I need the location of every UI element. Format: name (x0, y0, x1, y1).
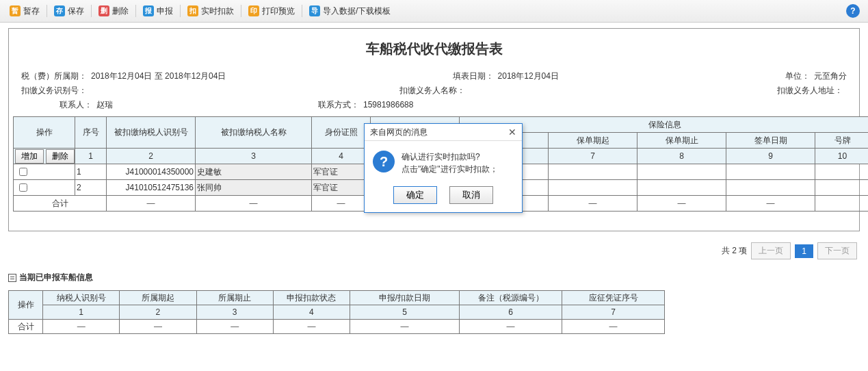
row-checkbox[interactable] (19, 183, 27, 192)
dash-cell: — (549, 196, 637, 212)
period-value: 2018年12月04日 至 2018年12月04日 (91, 71, 226, 82)
unit-label: 单位： (785, 71, 810, 82)
dialog-title: 来自网页的消息 (370, 127, 428, 138)
row-checkbox[interactable] (19, 168, 27, 176)
idx-cell: 9 (726, 149, 815, 164)
th2-c6: 备注（税源编号） (460, 291, 562, 305)
total-row: 合计 — — — — — — — (9, 320, 665, 334)
cell-idtype: 军官证 (312, 180, 371, 196)
toolbar-save[interactable]: 存保存 (50, 5, 88, 17)
total2-label: 合计 (9, 320, 43, 334)
unit-value: 元至角分 (814, 71, 847, 82)
cell-taxid: J41000014350000 (107, 164, 196, 180)
toolbar-delete[interactable]: 删删除 (94, 5, 133, 17)
question-icon: ? (373, 151, 395, 172)
tempsave-icon: 暂 (10, 5, 21, 16)
th-idtype: 身份证照 (312, 117, 371, 149)
page-number[interactable]: 1 (795, 244, 813, 258)
dash-cell: — (460, 320, 562, 334)
pager-count: 共 2 项 (722, 245, 747, 257)
add-button[interactable]: 增加 (15, 149, 44, 164)
toolbar-label: 实时扣款 (201, 5, 234, 17)
th-op: 操作 (14, 117, 75, 149)
cell-seq: 2 (75, 180, 107, 196)
toolbar-tempsave[interactable]: 暂暂存 (5, 5, 44, 17)
period-label: 税（费）所属期： (21, 71, 87, 82)
th-ins2: 保单期起 (549, 133, 637, 149)
horizontal-scrollbar[interactable] (13, 213, 855, 224)
idx-cell: 3 (196, 149, 312, 164)
toolbar-deduct[interactable]: 扣实时扣款 (183, 5, 238, 17)
idx-cell: 2 (107, 149, 196, 164)
help-icon[interactable]: ? (846, 4, 860, 18)
filldate-value: 2018年12月04日 (498, 71, 559, 82)
deduct-icon: 扣 (187, 5, 198, 16)
filldate-label: 填表日期： (453, 71, 494, 82)
cancel-button[interactable]: 取消 (449, 186, 493, 204)
list-icon (8, 274, 16, 282)
dash-cell: — (637, 196, 726, 212)
contact-label: 联系人： (60, 99, 92, 111)
th-ins5: 号牌 (815, 133, 869, 149)
dash-cell: — (43, 320, 120, 334)
dash-cell: — (312, 196, 371, 212)
dash-cell: — (350, 320, 460, 334)
th-taxname: 被扣缴纳税人名称 (196, 117, 312, 149)
dash-cell: — (120, 320, 196, 334)
meta-row: 税（费）所属期：2018年12月04日 至 2018年12月04日 填表日期：2… (13, 71, 855, 82)
phone-label: 联系方式： (318, 99, 359, 111)
toolbar-label: 打印预览 (262, 5, 295, 17)
idx2: 5 (350, 305, 460, 320)
dialog-line1: 确认进行实时扣款吗? (402, 151, 498, 163)
idx2: 1 (43, 305, 120, 320)
dash-cell: — (273, 320, 350, 334)
cell-taxid: J41010512475136 (107, 180, 196, 196)
idx-cell: 10 (815, 149, 869, 164)
toolbar-print[interactable]: 印打印预览 (244, 5, 299, 17)
declared-table: 操作 纳税人识别号 所属期起 所属期止 申报扣款状态 申报/扣款日期 备注（税源… (8, 290, 665, 334)
dash-cell: — (196, 320, 273, 334)
total-label: 合计 (14, 196, 107, 212)
idx-cell: 8 (637, 149, 726, 164)
th2-c1: 纳税人识别号 (43, 291, 120, 305)
confirm-dialog: 来自网页的消息 ✕ ? 确认进行实时扣款吗? 点击"确定"进行实时扣款； 确定 … (364, 123, 523, 213)
th-taxid: 被扣缴纳税人识别号 (107, 117, 196, 149)
prev-page-button[interactable]: 上一页 (751, 242, 791, 259)
contact-value: 赵瑞 (96, 99, 113, 111)
meta-row: 联系人：赵瑞 联系方式：15981986688 (13, 99, 855, 111)
th2-op: 操作 (9, 291, 43, 320)
toolbar-label: 申报 (157, 5, 173, 17)
dash-cell: — (196, 196, 312, 212)
declare-icon: 报 (143, 5, 154, 16)
dialog-line2: 点击"确定"进行实时扣款； (402, 163, 498, 175)
import-icon: 导 (309, 5, 320, 16)
dash-cell: — (107, 196, 196, 212)
close-icon[interactable]: ✕ (508, 127, 516, 138)
del-button[interactable]: 删除 (46, 149, 75, 164)
toolbar-label: 删除 (112, 5, 129, 17)
th2-c3: 所属期止 (196, 291, 273, 305)
dash-cell: — (726, 196, 815, 212)
section2-title: 当期已申报车船信息 (8, 272, 860, 283)
print-icon: 印 (248, 5, 259, 16)
toolbar-declare[interactable]: 报申报 (139, 5, 177, 17)
th-seq: 序号 (75, 117, 107, 149)
th-ins4: 签单日期 (726, 133, 815, 149)
cell-idtype: 军官证 (312, 164, 371, 180)
dash-cell: — (562, 320, 665, 334)
idx-cell: 1 (75, 149, 107, 164)
idx-cell: 7 (549, 149, 637, 164)
idx2: 4 (273, 305, 350, 320)
ok-button[interactable]: 确定 (393, 186, 437, 204)
th-idxrow: 增加 删除 (14, 149, 75, 164)
idx2: 7 (562, 305, 665, 320)
idx2: 2 (120, 305, 196, 320)
meta-row: 扣缴义务识别号： 扣缴义务人名称： 扣缴义务人地址： (13, 85, 855, 97)
delete-icon: 删 (98, 5, 109, 16)
toolbar-label: 导入数据/下载模板 (323, 5, 391, 17)
toolbar-import[interactable]: 导导入数据/下载模板 (305, 5, 395, 17)
next-page-button[interactable]: 下一页 (817, 242, 857, 259)
phone-value: 15981986688 (363, 100, 413, 110)
pager: 共 2 项 上一页 1 下一页 (11, 242, 857, 259)
report-title: 车船税代收代缴报告表 (13, 40, 855, 58)
